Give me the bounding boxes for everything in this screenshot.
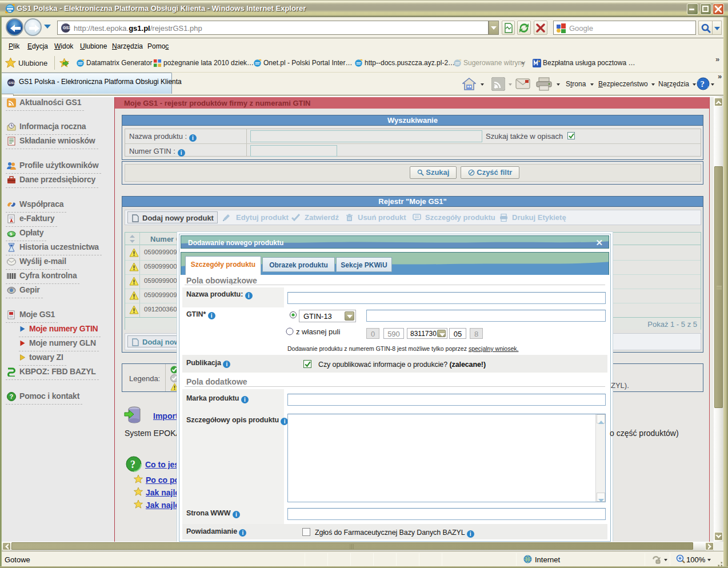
svg-text:?: ? bbox=[701, 79, 705, 89]
svg-text:GS1: GS1 bbox=[9, 81, 15, 85]
svg-text:?: ? bbox=[10, 393, 14, 400]
svg-text:?: ? bbox=[130, 459, 135, 470]
